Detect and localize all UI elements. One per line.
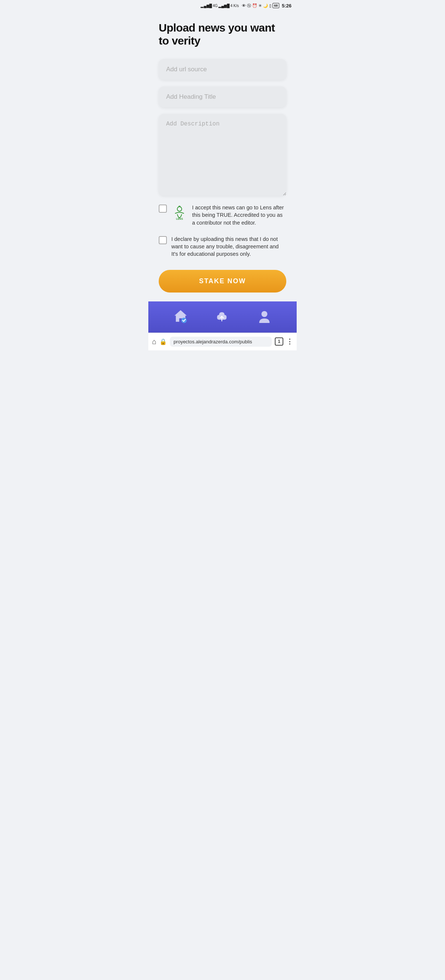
browser-menu-icon[interactable]: ⋮	[286, 337, 293, 345]
browser-home-icon[interactable]: ⌂	[152, 337, 157, 346]
checkbox-section: LENS I accept this news can go to Lens a…	[159, 204, 286, 258]
browser-bar: ⌂ 🔒 proyectos.alejandrazerda.com/publis …	[148, 332, 297, 350]
stake-now-button[interactable]: STAKE NOW	[159, 270, 286, 293]
lens-checkbox-label: I accept this news can go to Lens after …	[192, 204, 286, 226]
page-title: Upload news you want to verity	[159, 22, 286, 47]
upload-cloud-icon	[214, 308, 231, 325]
signal-bars-2: ▂▄▆█	[219, 4, 230, 8]
url-input-group	[159, 59, 286, 80]
svg-point-5	[261, 311, 268, 317]
declare-checkbox[interactable]	[159, 236, 167, 244]
signal-bars: ▂▄▆█	[201, 4, 212, 8]
person-icon	[256, 308, 272, 325]
url-input[interactable]	[159, 59, 286, 80]
bluetooth-icon: ✳	[258, 3, 262, 8]
svg-point-0	[177, 207, 182, 211]
heading-input-group	[159, 86, 286, 107]
nav-item-home-verify[interactable]	[173, 308, 189, 325]
declare-checkbox-label: I declare by uploading this news that I …	[171, 235, 286, 258]
nfc-icon: Ⓝ	[247, 3, 251, 8]
lens-logo: LENS	[171, 204, 188, 220]
lens-checkbox[interactable]	[159, 205, 167, 213]
status-bar: ▂▄▆█ 4G ▂▄▆█ 4 K/s 👁 Ⓝ ⏰ ✳ 🌙 ▯ 68 5:26	[148, 0, 297, 10]
lens-checkbox-item: LENS I accept this news can go to Lens a…	[159, 204, 286, 226]
browser-tab-count[interactable]: 1	[275, 337, 283, 345]
nav-item-upload[interactable]	[214, 308, 231, 325]
data-speed: 4 K/s	[230, 4, 239, 8]
right-icons: 👁 Ⓝ ⏰ ✳ 🌙 ▯ 68 5:26	[242, 3, 291, 8]
phone-icon: ▯	[269, 3, 271, 8]
house-check-icon	[173, 308, 189, 325]
moon-icon: 🌙	[263, 3, 268, 8]
browser-lock-icon: 🔒	[160, 338, 167, 345]
nav-item-profile[interactable]	[256, 308, 272, 325]
eye-icon: 👁	[242, 3, 246, 8]
heading-input[interactable]	[159, 86, 286, 107]
description-input[interactable]	[159, 114, 286, 196]
data-type: 4G	[213, 4, 218, 8]
declare-checkbox-item: I declare by uploading this news that I …	[159, 235, 286, 258]
browser-url-display[interactable]: proyectos.alejandrazerda.com/publis	[170, 337, 272, 347]
clock: 5:26	[282, 3, 291, 8]
main-content: Upload news you want to verity	[148, 10, 297, 301]
battery-indicator: 68	[272, 3, 279, 8]
bottom-nav	[148, 301, 297, 332]
alarm-icon: ⏰	[252, 3, 257, 8]
description-input-group	[159, 114, 286, 197]
signal-icons: ▂▄▆█ 4G ▂▄▆█ 4 K/s	[201, 4, 238, 8]
svg-text:LENS: LENS	[176, 218, 183, 220]
